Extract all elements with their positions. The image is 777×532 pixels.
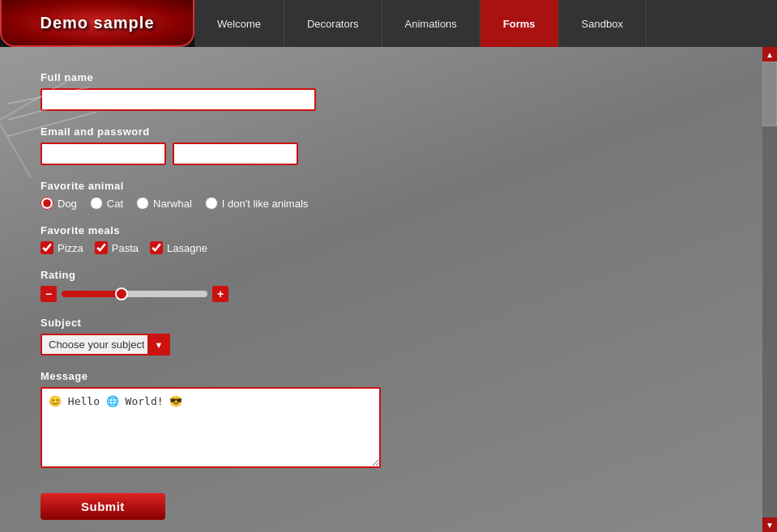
message-textarea[interactable]: 😊 Hello 🌐 World! 😎 — [41, 387, 381, 468]
radio-cat-input[interactable] — [90, 197, 103, 210]
password-input[interactable] — [173, 143, 298, 165]
checkbox-lasagne-input[interactable] — [150, 241, 163, 254]
scrollbar: ▲ ▼ — [762, 47, 777, 532]
nav-decorators[interactable]: Decorators — [284, 0, 382, 47]
nav: Welcome Decorators Animations Forms Sand… — [194, 0, 777, 47]
radio-dog-input[interactable] — [41, 197, 53, 210]
radio-dog-label: Dog — [58, 198, 77, 210]
subject-select[interactable]: Choose your subject General inquiry Supp… — [41, 334, 170, 355]
nav-sandbox[interactable]: Sandbox — [559, 0, 647, 47]
meals-checkbox-group: Pizza Pasta Lasagne — [41, 241, 738, 254]
email-password-row — [41, 143, 738, 165]
checkbox-pasta-label: Pasta — [112, 242, 139, 254]
checkbox-pasta-input[interactable] — [95, 241, 108, 254]
nav-welcome[interactable]: Welcome — [194, 0, 284, 47]
full-name-section: Full name — [41, 71, 738, 111]
main-container: Full name Email and password Favorite an… — [0, 47, 777, 532]
submit-section: Submit — [41, 485, 738, 520]
message-label: Message — [41, 370, 738, 382]
radio-cat-label: Cat — [107, 198, 123, 210]
email-password-section: Email and password — [41, 126, 738, 165]
nav-animations[interactable]: Animations — [382, 0, 480, 47]
rating-label: Rating — [41, 269, 738, 281]
scrollbar-thumb[interactable] — [762, 62, 777, 126]
checkbox-pizza-label: Pizza — [58, 242, 83, 254]
checkbox-lasagne-label: Lasagne — [167, 242, 207, 254]
submit-button[interactable]: Submit — [41, 493, 165, 520]
radio-none[interactable]: I don't like animals — [205, 197, 309, 210]
email-input[interactable] — [41, 143, 166, 165]
subject-label: Subject — [41, 317, 738, 329]
message-section: Message 😊 Hello 🌐 World! 😎 — [41, 370, 738, 470]
scrollbar-arrow-down[interactable]: ▼ — [762, 517, 777, 532]
radio-narwhal-input[interactable] — [136, 197, 149, 210]
textarea-wrapper: 😊 Hello 🌐 World! 😎 — [41, 387, 381, 470]
logo: Demo sample — [0, 0, 194, 47]
slider-minus-button[interactable]: − — [41, 286, 57, 302]
subject-section: Subject Choose your subject General inqu… — [41, 317, 738, 355]
favorite-animal-label: Favorite animal — [41, 180, 738, 192]
scrollbar-track[interactable] — [762, 62, 777, 517]
checkbox-pasta[interactable]: Pasta — [95, 241, 139, 254]
favorite-meals-section: Favorite meals Pizza Pasta Lasagne — [41, 224, 738, 254]
radio-dog[interactable]: Dog — [41, 197, 77, 210]
header: Demo sample Welcome Decorators Animation… — [0, 0, 777, 47]
rating-section: Rating − + — [41, 269, 738, 302]
checkbox-pizza-input[interactable] — [41, 241, 53, 254]
nav-forms[interactable]: Forms — [480, 0, 559, 47]
checkbox-lasagne[interactable]: Lasagne — [150, 241, 207, 254]
content-area: Full name Email and password Favorite an… — [0, 47, 762, 532]
rating-slider[interactable] — [62, 291, 207, 297]
radio-none-label: I don't like animals — [222, 198, 309, 210]
favorite-meals-label: Favorite meals — [41, 224, 738, 236]
radio-narwhal[interactable]: Narwhal — [136, 197, 192, 210]
logo-text: Demo sample — [40, 14, 154, 32]
subject-select-wrapper: Choose your subject General inquiry Supp… — [41, 334, 170, 355]
radio-cat[interactable]: Cat — [90, 197, 123, 210]
radio-narwhal-label: Narwhal — [153, 198, 192, 210]
slider-plus-button[interactable]: + — [212, 286, 228, 302]
slider-row: − + — [41, 286, 738, 302]
full-name-input[interactable] — [41, 88, 316, 111]
checkbox-pizza[interactable]: Pizza — [41, 241, 83, 254]
full-name-label: Full name — [41, 71, 738, 83]
scrollbar-arrow-up[interactable]: ▲ — [762, 47, 777, 62]
email-password-label: Email and password — [41, 126, 738, 138]
radio-none-input[interactable] — [205, 197, 218, 210]
animal-radio-group: Dog Cat Narwhal I don't like animals — [41, 197, 738, 210]
favorite-animal-section: Favorite animal Dog Cat Narwhal I don't … — [41, 180, 738, 210]
